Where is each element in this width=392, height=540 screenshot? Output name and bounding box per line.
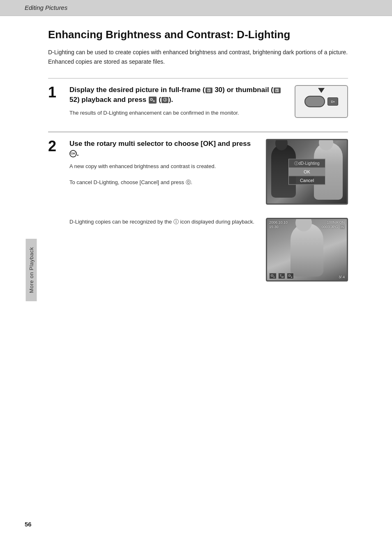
- step-2-description3: D-Lighting copies can be recognized by t…: [69, 218, 258, 226]
- step-2-description2: To cancel D-Lighting, choose [Cancel] an…: [69, 178, 258, 187]
- camera-button-graphic: Da: [295, 85, 348, 118]
- arrow-indicator: [318, 88, 325, 93]
- cam2-frame-info: 3/ 4: [339, 275, 345, 279]
- step-2-number: 2: [48, 139, 63, 154]
- cam2-filename: 0003.JPG: [321, 225, 338, 229]
- camera-screen-2-block: 2006.10.10 15:30 100NIKON 0003.JPG IN: [266, 211, 348, 282]
- cam2-hud-top: 2006.10.10 15:30 100NIKON 0003.JPG IN: [267, 219, 347, 231]
- camera-screen-1: ⒾdD-Lighting OK Cancel: [266, 139, 348, 205]
- dlight-button-ref: Da: [149, 97, 157, 104]
- page-ref-icon: ⚿: [205, 88, 212, 94]
- cam2-size-badge: 7M: [278, 273, 285, 279]
- main-content: Enhancing Brightness and Contrast: D-Lig…: [19, 16, 373, 306]
- cam2-time: 15:30: [269, 225, 279, 229]
- ok-button-icon: OK: [69, 150, 77, 157]
- step-1-description: The results of D-Lighting enhancement ca…: [69, 109, 286, 118]
- step-1-number: 1: [48, 85, 63, 100]
- oval-button: [304, 96, 325, 107]
- header-bar: Editing Pictures: [0, 0, 392, 16]
- cam2-in-badge: IN: [340, 225, 345, 229]
- camera-screen-2: 2006.10.10 15:30 100NIKON 0003.JPG IN: [266, 218, 348, 282]
- cam2-protect-badge: On: [269, 273, 277, 279]
- step-2-additional: D-Lighting copies can be recognized by t…: [48, 211, 348, 282]
- step-2-layout: 2 Use the rotary multi selector to choos…: [48, 139, 348, 205]
- side-tab: More on Playback: [26, 239, 37, 301]
- cam2-hud: 2006.10.10 15:30 100NIKON 0003.JPG IN: [267, 219, 347, 280]
- page-number: 56: [25, 521, 32, 528]
- step-2-images: ⒾdD-Lighting OK Cancel: [266, 139, 348, 205]
- step-1-text: Display the desired picture in full-fram…: [69, 85, 286, 117]
- camera-overlay-menu: ⒾdD-Lighting OK Cancel: [288, 159, 325, 185]
- menu-cancel: Cancel: [289, 176, 325, 184]
- cam2-hud-bottom: On 7M Da 3/ 4: [267, 272, 347, 280]
- menu-ok: OK: [289, 167, 325, 176]
- section-title: Editing Pictures: [25, 4, 67, 11]
- page-title: Enhancing Brightness and Contrast: D-Lig…: [48, 28, 348, 41]
- page-ref-icon-2: ⚿: [274, 88, 281, 94]
- step-2-description1: A new copy with enhanced brightness and …: [69, 162, 258, 171]
- intro-text: D-Lighting can be used to create copies …: [48, 48, 348, 67]
- step-2-desc3-block: D-Lighting copies can be recognized by t…: [48, 211, 258, 226]
- step-2-instruction: Use the rotary multi selector to choose …: [69, 139, 258, 159]
- step-1-instruction: Display the desired picture in full-fram…: [69, 85, 286, 105]
- playback-ref: Ⓙ: [161, 97, 168, 103]
- step-1-image: Da: [295, 85, 348, 118]
- cam2-frame: 3/ 4: [339, 275, 345, 279]
- menu-title: ⒾdD-Lighting: [289, 159, 325, 167]
- cam2-folder-filename: 100NIKON 0003.JPG IN: [321, 220, 345, 230]
- step-2: 2 Use the rotary multi selector to choos…: [48, 132, 348, 282]
- side-tab-label: More on Playback: [28, 247, 35, 293]
- cam2-dlight-badge: Da: [287, 273, 294, 279]
- step-2-text: Use the rotary multi selector to choose …: [69, 139, 258, 187]
- cam2-date-time: 2006.10.10 15:30: [269, 220, 288, 230]
- camera-button-inner: Da: [304, 96, 338, 107]
- step-1: 1 Display the desired picture in full-fr…: [48, 78, 348, 121]
- dlight-button-icon: Da: [327, 97, 338, 106]
- cam2-folder: 100NIKON: [327, 220, 345, 224]
- cam2-bottom-left: On 7M Da: [269, 273, 294, 279]
- cam2-date: 2006.10.10: [269, 220, 288, 224]
